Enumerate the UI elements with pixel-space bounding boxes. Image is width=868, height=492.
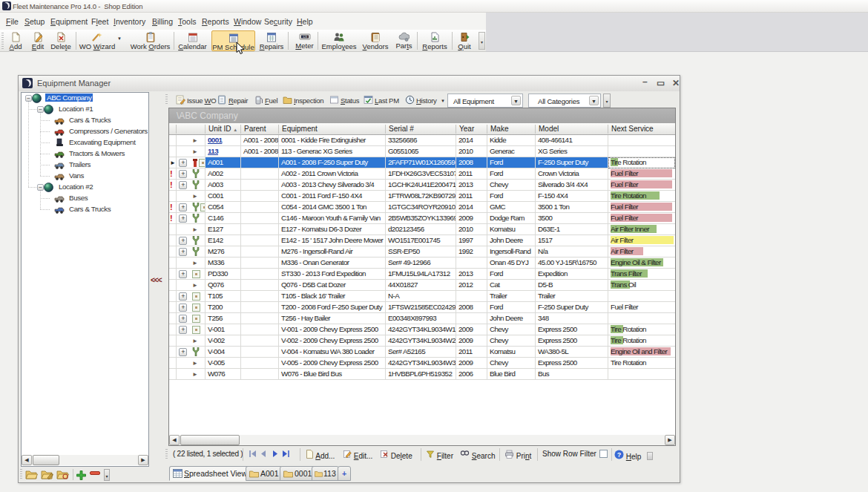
svg-text:123: 123 bbox=[302, 35, 307, 39]
svg-text:?: ? bbox=[617, 451, 622, 459]
